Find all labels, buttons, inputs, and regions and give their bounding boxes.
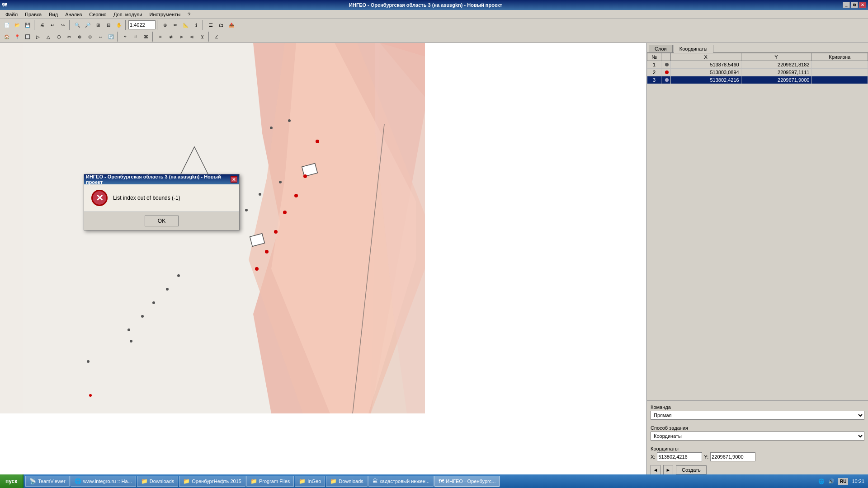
tb-info[interactable]: ℹ xyxy=(191,20,201,30)
menu-modules[interactable]: Доп. модули xyxy=(110,11,146,18)
x-input[interactable] xyxy=(657,452,702,461)
close-button[interactable]: ✕ xyxy=(859,2,866,8)
tb-edit[interactable]: ✏ xyxy=(170,20,180,30)
tb2-8[interactable]: ⊕ xyxy=(75,32,85,42)
tb-open[interactable]: 📂 xyxy=(12,20,22,30)
titlebar: 🗺 ИНГЕО - Оренбургская область 3 (на asu… xyxy=(0,0,868,10)
method-label: Способ задания xyxy=(651,425,864,431)
taskbar-item-label: ОренбургНефть 2015 xyxy=(192,479,241,484)
back-button[interactable]: ◄ xyxy=(651,465,660,475)
tb-redo[interactable]: ↪ xyxy=(58,20,68,30)
tb-print[interactable]: 🖨 xyxy=(37,20,47,30)
y-label: Y: xyxy=(704,454,708,460)
menu-view[interactable]: Вид xyxy=(45,11,61,18)
tb2-10[interactable]: ↔ xyxy=(95,32,105,42)
menu-help[interactable]: ? xyxy=(184,11,194,18)
titlebar-title: ИНГЕО - Оренбургская область 3 (на asusg… xyxy=(349,2,502,8)
start-button[interactable]: пуск xyxy=(0,474,24,488)
tb2-4[interactable]: ▷ xyxy=(33,32,43,42)
tb2-3[interactable]: 🔲 xyxy=(23,32,33,42)
menu-tools[interactable]: Инструменты xyxy=(146,11,184,18)
taskbar-item-downloads2[interactable]: 📁 Downloads xyxy=(326,476,367,487)
coordinates-table-area[interactable]: № X Y Кривизна 1 513878,5460 2209621,818… xyxy=(647,53,868,227)
tb-move[interactable]: ✋ xyxy=(114,20,124,30)
cell-curve xyxy=(811,61,868,69)
folder-icon: 📁 xyxy=(250,478,257,484)
panel-tabs: Слои Координаты xyxy=(647,43,868,53)
y-input[interactable] xyxy=(710,452,755,461)
tb2-16[interactable]: ≢ xyxy=(166,32,176,42)
tb2-15[interactable]: ≡ xyxy=(156,32,165,42)
menu-file[interactable]: Файл xyxy=(2,11,21,18)
table-row-active[interactable]: 3 513802,4216 2209671,9000 xyxy=(647,76,868,84)
menu-edit[interactable]: Правка xyxy=(21,11,45,18)
tb2-7[interactable]: ✂ xyxy=(64,32,74,42)
tb2-13[interactable]: ⌗ xyxy=(131,32,141,42)
tb2-20[interactable]: Z xyxy=(212,32,222,42)
tb-objects[interactable]: 🗂 xyxy=(216,20,226,30)
cell-num: 1 xyxy=(647,61,661,69)
tb2-12[interactable]: ⌖ xyxy=(120,32,130,42)
tb2-11[interactable]: 🔄 xyxy=(106,32,116,42)
menu-analysis[interactable]: Анализ xyxy=(61,11,85,18)
tab-coordinates[interactable]: Координаты xyxy=(674,45,713,53)
map-canvas[interactable]: ИНГЕО - Оренбургская область 3 (на asusg… xyxy=(0,43,646,479)
tb-zoom-all[interactable]: ⊞ xyxy=(93,20,103,30)
table-row[interactable]: 1 513878,5460 2209621,8182 xyxy=(647,61,868,69)
svg-rect-7 xyxy=(0,43,23,413)
taskbar-item-orenburg[interactable]: 📁 ОренбургНефть 2015 xyxy=(179,476,245,487)
language-indicator[interactable]: RU xyxy=(838,478,848,485)
taskbar-item-ingeo-folder[interactable]: 📁 InGeo xyxy=(295,476,325,487)
panel-spacer xyxy=(647,227,868,401)
tb2-9[interactable]: ⊖ xyxy=(85,32,95,42)
tb-layers[interactable]: ☰ xyxy=(206,20,216,30)
tb2-2[interactable]: 📍 xyxy=(12,32,22,42)
forward-button[interactable]: ► xyxy=(663,465,673,475)
tb-zoom-selected[interactable]: ⊟ xyxy=(104,20,113,30)
tab-layers[interactable]: Слои xyxy=(649,45,673,52)
tb-zoom-out[interactable]: 🔎 xyxy=(83,20,93,30)
dialog-close-button[interactable]: ✕ xyxy=(231,176,237,183)
command-select[interactable]: Прямая xyxy=(651,411,864,420)
taskbar: пуск 📡 TeamViewer 🌐 www.integro.ru :: На… xyxy=(0,474,868,488)
taskbar-item-ingeo-app[interactable]: 🗺 ИНГЕО - Оренбургс... xyxy=(434,476,500,487)
tb2-1[interactable]: 🏠 xyxy=(2,32,12,42)
dialog-title: ИНГЕО - Оренбургская область 3 (на asusg… xyxy=(86,174,231,185)
tb-measure[interactable]: 📐 xyxy=(181,20,191,30)
tb2-18[interactable]: ⊲ xyxy=(187,32,197,42)
method-select[interactable]: Координаты xyxy=(651,432,864,441)
menu-service[interactable]: Серпис xyxy=(85,11,110,18)
network-icon: 🌐 xyxy=(818,479,825,484)
create-button[interactable]: Создать xyxy=(676,465,707,474)
tb-sep3 xyxy=(125,20,127,30)
cell-curve xyxy=(811,76,868,84)
minimize-button[interactable]: _ xyxy=(843,2,850,8)
dialog-ok-button[interactable]: OK xyxy=(145,216,179,226)
col-header-y: Y xyxy=(741,53,811,61)
taskbar-item-label: Downloads xyxy=(150,479,174,484)
tb-select[interactable]: ⊕ xyxy=(160,20,170,30)
tb-export[interactable]: 📤 xyxy=(226,20,236,30)
taskbar-item-downloads1[interactable]: 📁 Downloads xyxy=(137,476,178,487)
restore-button[interactable]: ⧉ xyxy=(851,2,858,8)
toolbar-row-2: 🏠 📍 🔲 ▷ △ ⬡ ✂ ⊕ ⊖ ↔ 🔄 ⌖ ⌗ ⌘ ≡ ≢ ⊳ ⊲ ⊻ Z xyxy=(0,31,868,42)
table-row[interactable]: 2 513803,0894 2209597,1111 xyxy=(647,69,868,76)
tb2-14[interactable]: ⌘ xyxy=(141,32,151,42)
tb2-17[interactable]: ⊳ xyxy=(176,32,186,42)
taskbar-item-programfiles[interactable]: 📁 Program Files xyxy=(246,476,294,487)
tb-new[interactable]: 📄 xyxy=(2,20,12,30)
svg-point-14 xyxy=(245,209,248,211)
tb-zoom-in[interactable]: 🔍 xyxy=(72,20,82,30)
taskbar-item-cadastral[interactable]: 🏛 кадастровый инжен... xyxy=(368,476,434,487)
tb2-6[interactable]: ⬡ xyxy=(54,32,64,42)
tb2-5[interactable]: △ xyxy=(43,32,53,42)
dialog-footer: OK xyxy=(84,211,239,230)
taskbar-item-label: кадастровый инжен... xyxy=(380,479,429,484)
zoom-input[interactable] xyxy=(128,20,156,29)
taskbar-item-browser[interactable]: 🌐 www.integro.ru :: На... xyxy=(71,476,136,487)
tb-save[interactable]: 💾 xyxy=(23,20,33,30)
taskbar-item-label: ИНГЕО - Оренбургс... xyxy=(446,479,495,484)
tb-undo[interactable]: ↩ xyxy=(47,20,57,30)
tb2-19[interactable]: ⊻ xyxy=(197,32,207,42)
taskbar-item-teamviewer[interactable]: 📡 TeamViewer xyxy=(25,476,69,487)
